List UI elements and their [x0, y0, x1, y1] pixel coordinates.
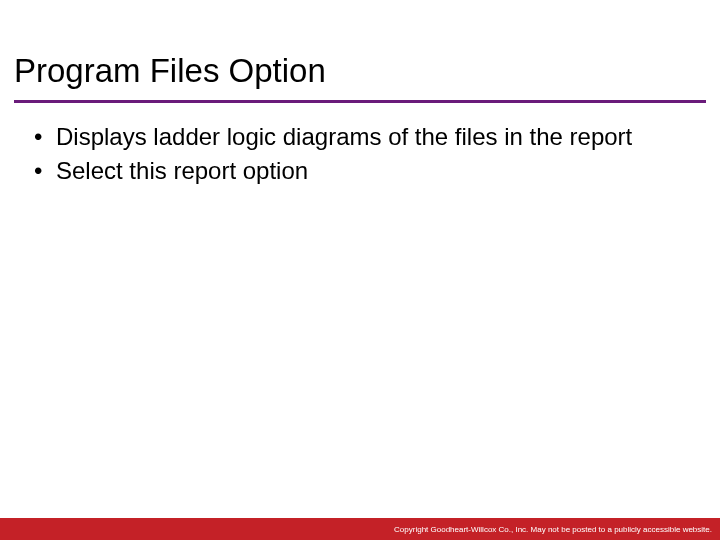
slide-title: Program Files Option — [14, 52, 326, 90]
slide: Program Files Option Displays ladder log… — [0, 0, 720, 540]
footer-bar: Copyright Goodheart-Willcox Co., Inc. Ma… — [0, 518, 720, 540]
footer-text: Copyright Goodheart-Willcox Co., Inc. Ma… — [394, 525, 712, 534]
slide-body: Displays ladder logic diagrams of the fi… — [32, 122, 690, 190]
list-item: Select this report option — [32, 156, 690, 186]
list-item: Displays ladder logic diagrams of the fi… — [32, 122, 690, 152]
bullet-list: Displays ladder logic diagrams of the fi… — [32, 122, 690, 186]
title-underline — [14, 100, 706, 103]
